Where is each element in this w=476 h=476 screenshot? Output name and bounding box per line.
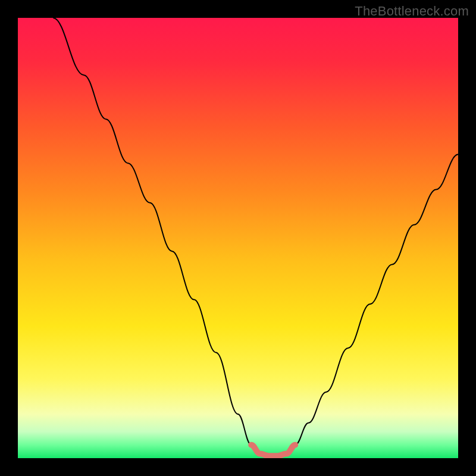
bottleneck-chart	[18, 18, 458, 458]
plot-area	[18, 18, 458, 458]
gradient-background	[18, 18, 458, 458]
chart-frame: TheBottleneck.com	[0, 0, 476, 476]
watermark-text: TheBottleneck.com	[355, 4, 469, 19]
